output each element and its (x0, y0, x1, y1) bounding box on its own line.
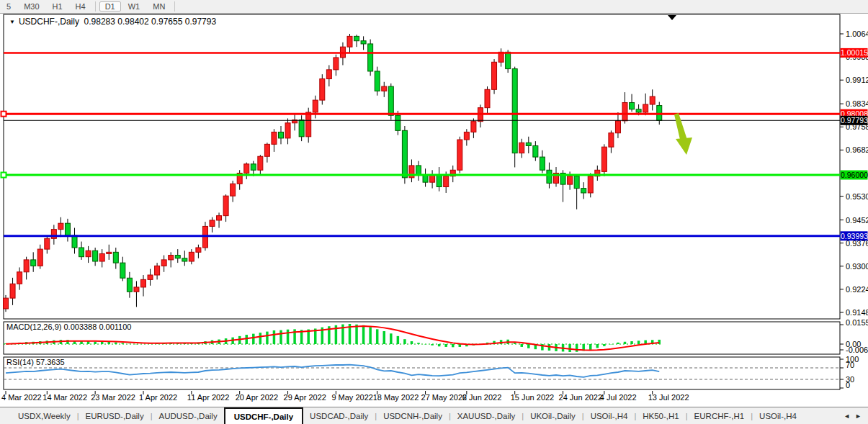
period-button-D1[interactable]: D1 (99, 1, 121, 12)
bear-candle (630, 102, 635, 109)
svg-text:14 Mar 2022: 14 Mar 2022 (42, 393, 87, 402)
svg-text:24 Jun 2022: 24 Jun 2022 (559, 393, 603, 402)
bull-candle (264, 144, 269, 156)
toolbar-separator (95, 1, 96, 12)
bull-candle (37, 249, 42, 266)
symbol-tab-xauusd-daily[interactable]: XAUUSD-,Daily (451, 407, 522, 424)
bear-candle (540, 157, 545, 170)
svg-text:0.97793: 0.97793 (841, 116, 868, 125)
bull-candle (382, 86, 387, 91)
bear-candle (512, 69, 517, 153)
bear-candle (402, 130, 407, 177)
svg-text:11 Apr 2022: 11 Apr 2022 (187, 393, 230, 402)
symbol-tab-usdchf-daily[interactable]: USDCHF-,Daily (224, 407, 303, 424)
bull-candle (326, 70, 331, 79)
bull-candle (4, 298, 9, 309)
level-line-handle (1, 173, 6, 178)
bear-candle (65, 223, 70, 235)
price-axis: 1.006400.998800.991200.983400.975800.968… (840, 30, 868, 389)
bull-candle (10, 284, 15, 298)
bull-candle (615, 121, 620, 133)
bull-candle (313, 100, 318, 112)
date-axis: 4 Mar 202214 Mar 202223 Mar 20221 Apr 20… (1, 391, 689, 402)
svg-text:70: 70 (846, 361, 854, 369)
bull-candle (223, 196, 228, 215)
bull-candle (347, 36, 352, 47)
bear-candle (354, 36, 359, 40)
symbol-tab-eurchf-h1[interactable]: EURCHF-,H1 (688, 407, 751, 424)
rsi-indicator-label: RSI(14) 57.3635 (6, 358, 65, 366)
svg-text:6 Jun 2022: 6 Jun 2022 (462, 393, 501, 402)
svg-text:20 Apr 2022: 20 Apr 2022 (236, 393, 278, 402)
bear-candle (120, 263, 125, 278)
period-button-MN[interactable]: MN (147, 1, 171, 12)
bull-candle (492, 62, 497, 89)
bull-candle (650, 96, 655, 104)
bull-candle (609, 133, 614, 147)
svg-text:-0.00605: -0.00605 (846, 346, 868, 354)
symbol-tab-usoil-h4[interactable]: USOil-,H4 (584, 407, 635, 424)
bull-candle (568, 176, 573, 184)
bull-candle (306, 112, 311, 137)
svg-text:1.00015: 1.00015 (841, 48, 868, 57)
svg-text:0.95300: 0.95300 (846, 192, 868, 201)
bull-candle (320, 79, 325, 101)
bear-candle (574, 176, 579, 189)
svg-text:23 Mar 2022: 23 Mar 2022 (91, 393, 135, 402)
svg-text:27 May 2022: 27 May 2022 (421, 393, 467, 402)
bear-candle (127, 278, 132, 292)
svg-text:13 Jul 2022: 13 Jul 2022 (648, 393, 689, 402)
bull-candle (99, 253, 104, 261)
svg-text:0.99120: 0.99120 (846, 76, 868, 84)
bull-candle (471, 122, 476, 132)
period-button-H4[interactable]: H4 (70, 1, 91, 12)
bull-candle (148, 275, 153, 279)
bull-candle (134, 287, 139, 292)
bear-candle (388, 86, 393, 115)
period-button-H1[interactable]: H1 (47, 1, 68, 12)
bear-candle (526, 143, 531, 145)
bull-candle (51, 230, 56, 239)
bear-candle (547, 170, 552, 183)
bull-candle (196, 248, 201, 252)
symbol-tab-usdcad-daily[interactable]: USDCAD-,Daily (303, 407, 375, 424)
bull-candle (643, 104, 648, 112)
svg-text:0: 0 (846, 381, 850, 389)
bear-candle (416, 166, 421, 175)
tab-scroll-left-icon[interactable]: ◄ (844, 412, 850, 420)
bear-candle (279, 132, 284, 137)
bull-candle (485, 89, 490, 107)
bull-candle (58, 223, 63, 229)
period-button-W1[interactable]: W1 (122, 1, 146, 12)
bear-candle (182, 258, 187, 261)
bull-candle (217, 216, 222, 220)
svg-text:9 May 2022: 9 May 2022 (331, 393, 372, 402)
tab-scroll-right-icon[interactable]: ► (855, 412, 862, 420)
bull-candle (141, 279, 146, 287)
symbol-tab-ukoil-daily[interactable]: UKOil-,Daily (524, 407, 582, 424)
symbol-tab-audusd-daily[interactable]: AUDUSD-,Daily (153, 407, 224, 424)
svg-text:29 Apr 2022: 29 Apr 2022 (284, 393, 326, 402)
chart-canvas[interactable]: 1.006400.998800.991200.983400.975800.968… (0, 0, 868, 424)
symbol-tab-usdcnh-daily[interactable]: USDCNH-,Daily (377, 407, 449, 424)
svg-text:0.015596: 0.015596 (846, 318, 868, 327)
bull-candle (457, 140, 462, 170)
bull-candle (258, 156, 263, 170)
symbol-tab-usdx-weekly[interactable]: USDX,Weekly (12, 407, 77, 424)
bull-candle (588, 176, 593, 193)
bull-candle (210, 220, 215, 226)
bull-candle (161, 260, 166, 266)
period-button-5[interactable]: 5 (1, 1, 17, 12)
symbol-tab-eurusd-daily[interactable]: EURUSD-,Daily (79, 407, 151, 424)
bear-candle (368, 44, 373, 71)
bull-candle (601, 147, 607, 171)
symbol-tab-hk50-h1[interactable]: HK50-,H1 (636, 407, 686, 424)
tab-scroll-nav: ◄► (844, 407, 868, 424)
bull-candle (24, 260, 29, 272)
bull-candle (244, 164, 249, 173)
chart-dropdown-icon[interactable]: ▼ (9, 19, 15, 25)
symbol-tab-usoil-h4[interactable]: USOil-,H4 (753, 407, 803, 424)
period-button-M30[interactable]: M30 (18, 1, 45, 12)
svg-text:0.96820: 0.96820 (846, 145, 868, 154)
bull-candle (622, 102, 627, 120)
